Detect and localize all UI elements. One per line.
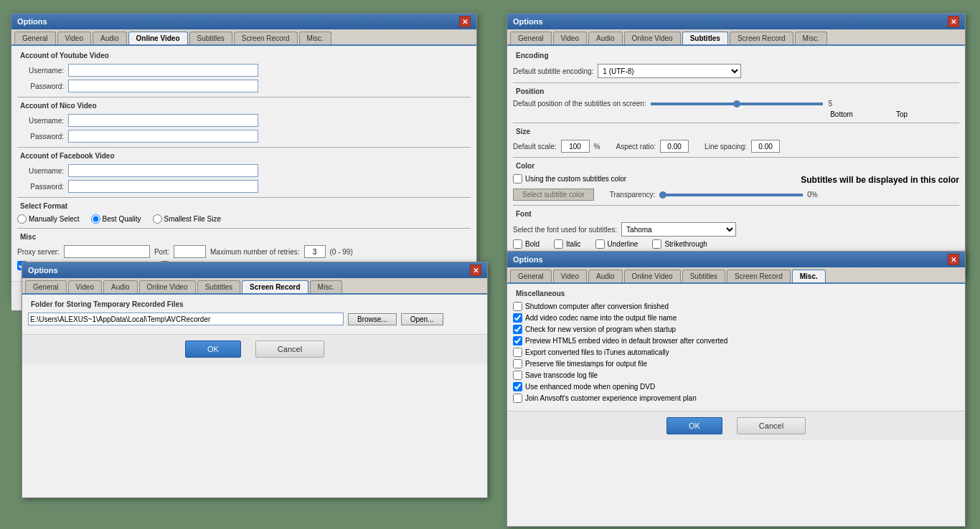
italic-checkbox[interactable] [554, 239, 563, 249]
dialog3-close-button[interactable]: ✕ [470, 264, 481, 276]
misc-label-1: Add video codec name into the output fil… [525, 314, 677, 322]
dialog4-ok-button[interactable]: OK [666, 417, 722, 434]
tab-general[interactable]: General [14, 32, 56, 44]
misc-item-2[interactable]: Check for new version of program when st… [513, 325, 959, 334]
misc-checkbox-1[interactable] [513, 313, 522, 323]
proxy-input[interactable] [64, 245, 150, 258]
d4-tab-audio[interactable]: Audio [588, 270, 623, 282]
d2-tab-online-video[interactable]: Online Video [624, 32, 681, 44]
nico-username-input[interactable] [68, 114, 258, 127]
misc-checkbox-5[interactable] [513, 359, 522, 368]
underline-checkbox-label[interactable]: Underline [595, 239, 639, 249]
youtube-username-input[interactable] [68, 64, 258, 77]
transparency-slider[interactable] [659, 194, 803, 196]
radio-smallest-input[interactable] [153, 214, 162, 224]
d3-tab-online-video[interactable]: Online Video [139, 280, 196, 293]
custom-color-checkbox[interactable] [513, 174, 522, 184]
facebook-username-input[interactable] [68, 164, 258, 177]
misc-checkbox-2[interactable] [513, 325, 522, 334]
dialog4-close-button[interactable]: ✕ [948, 254, 959, 265]
browse-button[interactable]: Browse... [348, 313, 397, 325]
position-slider[interactable] [651, 103, 823, 105]
tab-screen-record[interactable]: Screen Record [234, 32, 298, 44]
radio-smallest[interactable]: Smallest File Size [153, 214, 221, 224]
d4-tab-general[interactable]: General [510, 270, 552, 282]
d4-tab-misc[interactable]: Misc. [792, 270, 826, 282]
bold-checkbox[interactable] [513, 239, 522, 249]
d3-tab-general[interactable]: General [25, 280, 67, 293]
strikethrough-checkbox[interactable] [652, 239, 661, 249]
youtube-section-title: Account of Youtube Video [17, 52, 471, 59]
radio-best-quality[interactable]: Best Quality [91, 214, 141, 224]
d4-tab-subtitles[interactable]: Subtitles [682, 270, 725, 282]
d2-tab-video[interactable]: Video [553, 32, 587, 44]
misc-checkbox-4[interactable] [513, 348, 522, 357]
dialog2-close-button[interactable]: ✕ [948, 16, 959, 27]
misc-item-0[interactable]: Shutdown computer after conversion finis… [513, 302, 959, 311]
d2-tab-audio[interactable]: Audio [588, 32, 623, 44]
open-button[interactable]: Open... [401, 313, 443, 325]
bold-checkbox-label[interactable]: Bold [513, 239, 540, 249]
folder-path-input[interactable] [28, 313, 344, 325]
tab-audio[interactable]: Audio [93, 32, 127, 44]
misc-checkbox-6[interactable] [513, 371, 522, 380]
misc-item-6[interactable]: Save transcode log file [513, 371, 959, 380]
position-value: 5 [829, 100, 833, 108]
strikethrough-checkbox-label[interactable]: Strikethrough [652, 239, 707, 249]
d3-tab-screen-record[interactable]: Screen Record [242, 280, 308, 293]
d3-tab-video[interactable]: Video [68, 280, 102, 293]
select-color-button[interactable]: Select subtitle color [513, 189, 594, 201]
dialog-online-video: Options ✕ General Video Audio Online Vid… [11, 13, 477, 300]
misc-item-4[interactable]: Export converted files to iTunes automat… [513, 348, 959, 357]
encoding-select[interactable]: 1 (UTF-8) [598, 64, 741, 78]
aspect-input[interactable] [660, 140, 689, 153]
tab-subtitles[interactable]: Subtitles [189, 32, 232, 44]
tab-online-video[interactable]: Online Video [128, 32, 188, 44]
dialog1-close-button[interactable]: ✕ [459, 16, 471, 27]
port-input[interactable] [174, 245, 206, 258]
spacing-input[interactable] [751, 140, 780, 153]
dialog3-cancel-button[interactable]: Cancel [255, 340, 324, 358]
misc-item-8[interactable]: Join Anvsoft's customer experience impro… [513, 394, 959, 403]
facebook-password-input[interactable] [68, 180, 258, 193]
misc-item-7[interactable]: Use enhanced mode when opening DVD [513, 382, 959, 391]
d2-tab-screen-record[interactable]: Screen Record [730, 32, 793, 44]
d3-tab-misc[interactable]: Misc. [310, 280, 342, 293]
radio-manually[interactable]: Manually Select [17, 214, 80, 224]
font-label: Select the font used for subtitles: [513, 226, 617, 234]
custom-color-checkbox-label[interactable]: Using the custom subtitles color [513, 174, 626, 184]
misc-item-5[interactable]: Preserve file timestamps for output file [513, 359, 959, 368]
d2-tab-general[interactable]: General [510, 32, 552, 44]
dialog4-cancel-button[interactable]: Cancel [737, 417, 806, 434]
radio-best-quality-label: Best Quality [103, 215, 141, 223]
misc-item-3[interactable]: Preview HTML5 embed video in default bro… [513, 336, 959, 345]
youtube-password-input[interactable] [68, 80, 258, 92]
misc-checkbox-3[interactable] [513, 336, 522, 345]
d4-tab-online-video[interactable]: Online Video [624, 270, 681, 282]
d4-tab-screen-record[interactable]: Screen Record [727, 270, 791, 282]
dialog3-ok-button[interactable]: OK [185, 340, 241, 358]
misc-item-1[interactable]: Add video codec name into the output fil… [513, 313, 959, 323]
radio-best-quality-input[interactable] [91, 214, 100, 224]
radio-manually-input[interactable] [17, 214, 27, 224]
scale-input[interactable] [561, 140, 590, 153]
d3-tab-audio[interactable]: Audio [103, 280, 138, 293]
d2-tab-subtitles[interactable]: Subtitles [682, 32, 728, 44]
tab-misc[interactable]: Misc. [299, 32, 331, 44]
custom-color-label: Using the custom subtitles color [525, 175, 626, 183]
youtube-password-row: Password: [17, 80, 471, 92]
underline-checkbox[interactable] [595, 239, 605, 249]
misc-checkbox-7[interactable] [513, 382, 522, 391]
nico-password-input[interactable] [68, 130, 258, 143]
d2-tab-misc[interactable]: Misc. [795, 32, 827, 44]
port-label: Port: [154, 248, 169, 256]
d3-tab-subtitles[interactable]: Subtitles [197, 280, 240, 293]
misc-checkbox-8[interactable] [513, 394, 522, 403]
retries-input[interactable] [304, 245, 326, 258]
misc-section-title: Miscellaneous [513, 290, 959, 297]
italic-checkbox-label[interactable]: Italic [554, 239, 581, 249]
d4-tab-video[interactable]: Video [553, 270, 587, 282]
tab-video[interactable]: Video [57, 32, 91, 44]
misc-checkbox-0[interactable] [513, 302, 522, 311]
font-select[interactable]: Tahoma [621, 222, 736, 237]
